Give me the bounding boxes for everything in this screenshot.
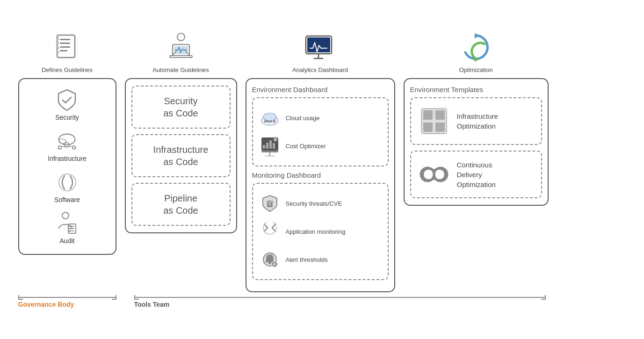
col4-header: Optimization bbox=[459, 31, 492, 73]
svg-rect-34 bbox=[263, 145, 265, 149]
bell-settings-icon bbox=[260, 249, 280, 270]
person-laptop-icon bbox=[165, 31, 197, 64]
svg-rect-2 bbox=[60, 43, 70, 44]
security-as-code-label: Security as Code bbox=[163, 96, 198, 118]
svg-rect-60 bbox=[435, 123, 445, 132]
env-dashboard-label: Environment Dashboard bbox=[252, 86, 389, 94]
svg-rect-6 bbox=[56, 42, 59, 44]
cd-opt-box: Continuous Delivery Optimization bbox=[410, 151, 542, 198]
svg-rect-8 bbox=[56, 51, 59, 54]
col4-main-box: Environment Templates Infrastructure Opt… bbox=[404, 78, 549, 206]
column-1: Defines Guidelines Security bbox=[18, 31, 116, 255]
app-mon-item: Application monitoring bbox=[260, 217, 381, 245]
col1-software-item: Software bbox=[54, 168, 80, 206]
infrastructure-label: Infrastructure bbox=[48, 155, 86, 162]
col1-main-box: Security bbox=[18, 78, 116, 255]
cloud-usage-item: AWS Cloud usage bbox=[260, 104, 381, 132]
mon-dashboard-box: Security threats/CVE Application monitor… bbox=[252, 183, 389, 280]
col3-header: Analytics Dashboard bbox=[292, 31, 348, 73]
svg-point-44 bbox=[269, 203, 271, 205]
svg-rect-37 bbox=[273, 143, 275, 149]
column-3: Analytics Dashboard Environment Dashboar… bbox=[246, 31, 395, 292]
svg-rect-59 bbox=[423, 123, 433, 132]
column-4: Optimization Environment Templates I bbox=[404, 31, 549, 206]
document-checklist-icon bbox=[51, 31, 84, 64]
software-label: Software bbox=[54, 196, 80, 203]
footer-tools: Tools Team bbox=[134, 297, 626, 308]
pipeline-as-code-label: Pipeline as Code bbox=[163, 193, 198, 216]
env-dashboard-box: AWS Cloud usage bbox=[252, 97, 389, 166]
governance-label: Governance Body bbox=[18, 301, 74, 308]
svg-rect-4 bbox=[60, 50, 67, 51]
svg-rect-5 bbox=[56, 37, 59, 40]
cloud-usage-label: Cloud usage bbox=[286, 115, 320, 122]
cloud-network-icon bbox=[55, 130, 79, 153]
svg-rect-7 bbox=[56, 46, 59, 49]
svg-point-49 bbox=[273, 263, 275, 266]
app-mon-label: Application monitoring bbox=[286, 228, 346, 235]
audit-label: Audit bbox=[60, 237, 75, 245]
lock-shield-icon bbox=[260, 193, 280, 214]
svg-text:$: $ bbox=[275, 138, 276, 142]
svg-rect-3 bbox=[60, 46, 70, 48]
svg-point-45 bbox=[263, 222, 276, 234]
svg-point-22 bbox=[177, 33, 185, 41]
svg-rect-35 bbox=[266, 143, 268, 149]
footer-row: Governance Body Tools Team bbox=[18, 297, 626, 308]
infra-opt-box: Infrastructure Optimization bbox=[410, 97, 542, 145]
col1-security-item: Security bbox=[55, 86, 79, 124]
cd-opt-label: Continuous Delivery Optimization bbox=[457, 160, 496, 189]
svg-rect-27 bbox=[307, 37, 330, 52]
cost-opt-label: Cost Optimizer bbox=[286, 143, 326, 150]
cost-chart-icon: $ bbox=[260, 136, 280, 156]
sec-threats-item: Security threats/CVE bbox=[260, 189, 381, 217]
mon-dashboard-label: Monitoring Dashboard bbox=[252, 171, 389, 179]
svg-rect-1 bbox=[60, 39, 70, 40]
svg-point-16 bbox=[59, 174, 76, 191]
svg-rect-57 bbox=[423, 110, 433, 120]
sec-threats-label: Security threats/CVE bbox=[286, 200, 342, 207]
aws-logo-icon: AWS bbox=[260, 108, 280, 128]
grid-blocks-icon bbox=[418, 105, 450, 137]
security-label: Security bbox=[55, 114, 79, 121]
svg-rect-47 bbox=[268, 262, 271, 264]
shield-check-icon bbox=[55, 88, 79, 112]
svg-rect-25 bbox=[170, 56, 192, 58]
col1-header-label: Defines Guidelines bbox=[42, 66, 93, 73]
svg-rect-58 bbox=[435, 110, 445, 120]
person-checklist-icon bbox=[56, 212, 79, 235]
svg-rect-40 bbox=[261, 151, 278, 152]
col2-main-box: Security as Code Infrastructure as Code … bbox=[125, 78, 237, 233]
svg-rect-36 bbox=[269, 140, 272, 149]
diagram-wrapper: Defines Guidelines Security bbox=[18, 31, 626, 308]
col3-header-label: Analytics Dashboard bbox=[292, 66, 348, 73]
col2-header: Automate Guidelines bbox=[152, 31, 209, 73]
col3-main-box: Environment Dashboard AWS Cloud usage bbox=[246, 78, 395, 292]
column-2: Automate Guidelines Security as Code Inf… bbox=[125, 31, 237, 233]
infra-opt-label: Infrastructure Optimization bbox=[457, 111, 498, 131]
infinity-loop-icon bbox=[418, 158, 450, 191]
tools-label: Tools Team bbox=[134, 301, 170, 308]
infra-as-code-box: Infrastructure as Code bbox=[131, 134, 231, 177]
code-angles-icon bbox=[260, 221, 280, 242]
cost-opt-item: $ Cost Optimizer bbox=[260, 132, 381, 160]
infra-as-code-label: Infrastructure as Code bbox=[153, 144, 209, 167]
svg-point-32 bbox=[263, 113, 276, 121]
footer-governance: Governance Body bbox=[18, 297, 126, 308]
alert-thresh-item: Alert thresholds bbox=[260, 245, 381, 274]
tools-line bbox=[134, 297, 546, 298]
col2-header-label: Automate Guidelines bbox=[152, 66, 209, 73]
svg-point-17 bbox=[62, 212, 69, 219]
monitor-pulse-icon bbox=[304, 31, 336, 64]
alert-thresh-label: Alert thresholds bbox=[286, 256, 328, 263]
pipeline-as-code-box: Pipeline as Code bbox=[131, 183, 231, 226]
col4-header-label: Optimization bbox=[459, 66, 492, 73]
circular-arrows-icon bbox=[460, 31, 492, 64]
svg-point-10 bbox=[59, 139, 66, 144]
columns-row: Defines Guidelines Security bbox=[18, 31, 626, 292]
col1-header: Defines Guidelines bbox=[42, 31, 93, 73]
col1-audit-item: Audit bbox=[56, 209, 79, 247]
env-templates-label: Environment Templates bbox=[410, 86, 542, 94]
col1-items: Security bbox=[25, 86, 110, 247]
col1-infrastructure-item: Infrastructure bbox=[48, 127, 86, 165]
